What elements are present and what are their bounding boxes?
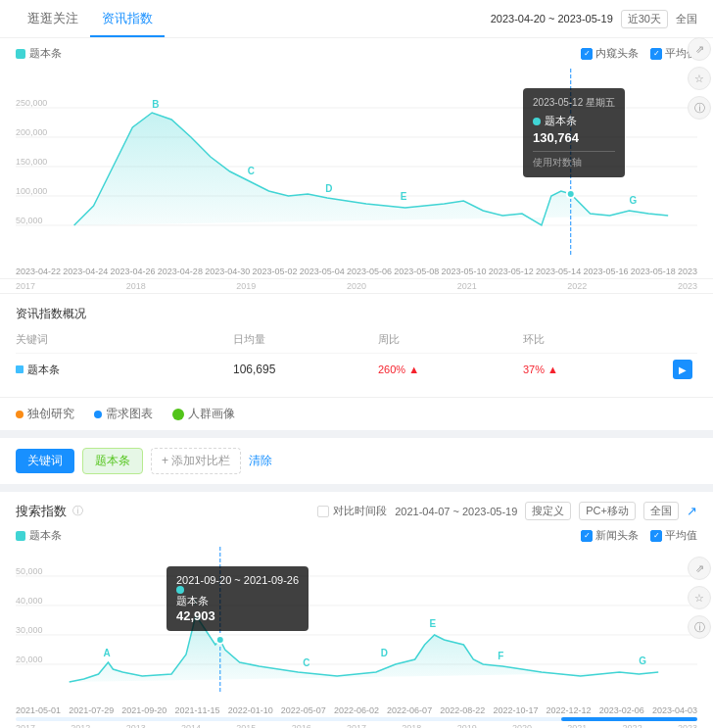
- demand-label: 需求图表: [106, 406, 153, 422]
- keyword-cell: 题本条: [16, 363, 233, 377]
- svg-point-33: [216, 636, 224, 644]
- x-axis-dates: 2023-04-22 2023-04-24 2023-04-26 2023-04…: [0, 265, 713, 278]
- compare-label: 对比时间段: [333, 504, 387, 518]
- keyword-color: [16, 365, 24, 373]
- platform-btn[interactable]: PC+移动: [579, 502, 636, 520]
- checkbox-neimu-label: 内窥头条: [595, 46, 639, 61]
- period-button[interactable]: 近30天: [621, 10, 668, 28]
- chart2-title-row: 搜索指数 ⓘ: [16, 503, 83, 520]
- bottom-tab-row: 独创研究 需求图表 人群画像: [0, 397, 713, 430]
- clear-button[interactable]: 清除: [249, 453, 272, 469]
- svg-text:20,000: 20,000: [16, 655, 42, 664]
- main-chart-svg: 250,000 200,000 150,000 100,000 50,000: [16, 69, 697, 265]
- legend-color: [16, 49, 25, 59]
- chart2-cb2[interactable]: 平均值: [650, 528, 697, 543]
- tab-research[interactable]: 独创研究: [16, 406, 74, 422]
- daily-val: 106,695: [233, 363, 378, 376]
- checkbox-neimu[interactable]: 内窥头条: [581, 46, 639, 61]
- x-axis-2-dates: 2021-05-01 2021-07-29 2021-09-20 2021-11…: [0, 704, 713, 717]
- compare-checkbox[interactable]: 对比时间段: [317, 504, 387, 518]
- keyword-name: 题本条: [27, 363, 60, 377]
- svg-text:E: E: [401, 191, 407, 202]
- legend-item: 题本条: [16, 46, 62, 61]
- svg-text:D: D: [325, 183, 332, 194]
- info-icon[interactable]: ⓘ: [688, 96, 711, 120]
- keyword-tag: 题本条: [16, 363, 60, 377]
- tab-guang[interactable]: 逛逛关注: [16, 0, 90, 37]
- portrait-label: 人群画像: [188, 406, 235, 422]
- chart2-scrollbar-fill: [561, 717, 697, 721]
- chart2-cb1-icon: [581, 530, 593, 542]
- filter-section: 关键词 题本条 + 添加对比栏 清除: [0, 438, 713, 484]
- tab-demand[interactable]: 需求图表: [94, 406, 153, 422]
- star-icon[interactable]: ☆: [688, 67, 711, 90]
- svg-text:40,000: 40,000: [16, 596, 42, 606]
- chart2-info-icon2[interactable]: ⓘ: [688, 615, 711, 639]
- research-dot: [16, 411, 24, 418]
- chart2-cb1-label: 新闻头条: [595, 528, 639, 543]
- demand-dot: [94, 411, 102, 418]
- svg-text:B: B: [152, 99, 159, 110]
- chart2-cb2-label: 平均值: [665, 528, 697, 543]
- share-icon[interactable]: ⇗: [688, 37, 711, 61]
- year-axis-top: 2017 2018 2019 2020 2021 2022 2023: [0, 278, 713, 293]
- topic-button[interactable]: 题本条: [82, 448, 143, 474]
- svg-text:G: G: [629, 195, 637, 206]
- tab-portrait[interactable]: 人群画像: [172, 406, 235, 422]
- research-label: 独创研究: [27, 406, 74, 422]
- svg-text:50,000: 50,000: [16, 216, 42, 225]
- svg-text:C: C: [248, 166, 255, 176]
- region-label: 全国: [676, 12, 697, 26]
- chart2-share-icon[interactable]: ⇗: [688, 557, 711, 580]
- chart2-scrollbar[interactable]: [16, 717, 697, 721]
- chart2-checkbox-group: 新闻头条 平均值: [581, 528, 697, 543]
- svg-text:C: C: [303, 657, 309, 668]
- add-compare-button[interactable]: + 添加对比栏: [151, 448, 241, 474]
- stats-header-row: 关键词 日均量 周比 环比: [16, 332, 697, 354]
- second-chart-section: 搜索指数 ⓘ 对比时间段 2021-04-07 ~ 2023-05-19 搜定义…: [0, 492, 713, 728]
- checkbox-group: 内窥头条 平均值: [581, 46, 697, 61]
- chart-header: 题本条 内窥头条 平均值: [0, 38, 713, 69]
- header-weekly: 周比: [378, 332, 523, 347]
- chart2-export-icon[interactable]: ↗: [687, 504, 697, 518]
- svg-text:100,000: 100,000: [16, 186, 47, 196]
- chart2-info-icon[interactable]: ⓘ: [72, 504, 83, 518]
- keyword-button[interactable]: 关键词: [16, 449, 74, 473]
- stats-table: 关键词 日均量 周比 环比 题本条 106,695: [16, 332, 697, 385]
- checkbox-avg-icon: [650, 48, 662, 60]
- header-daily: 日均量: [233, 332, 378, 347]
- tabs-header: 逛逛关注 资讯指数 2023-04-20 ~ 2023-05-19 近30天 全…: [0, 0, 713, 38]
- chart2-header: 搜索指数 ⓘ 对比时间段 2021-04-07 ~ 2023-05-19 搜定义…: [0, 492, 713, 524]
- chart2-area: 50,000 40,000 30,000 20,000: [0, 547, 713, 704]
- tab-news[interactable]: 资讯指数: [90, 0, 165, 37]
- chart2-legend-item: 题本条: [16, 528, 62, 543]
- region-btn[interactable]: 全国: [643, 502, 679, 520]
- svg-text:D: D: [381, 648, 388, 658]
- stats-title: 资讯指数概况: [16, 306, 697, 322]
- monthly-arrow: ▲: [547, 364, 558, 375]
- weekly-val: 260% ▲: [378, 364, 523, 375]
- svg-text:E: E: [430, 618, 437, 629]
- chart2-date-range: 2021-04-07 ~ 2023-05-19: [395, 506, 517, 517]
- checkbox-neimu-icon: [581, 48, 593, 60]
- compare-check-icon: [317, 506, 329, 517]
- top-section: 逛逛关注 资讯指数 2023-04-20 ~ 2023-05-19 近30天 全…: [0, 0, 713, 430]
- weekly-arrow: ▲: [408, 364, 419, 375]
- chart2-title: 搜索指数: [16, 503, 67, 520]
- custom-btn[interactable]: 搜定义: [525, 502, 571, 520]
- row-icon: ▶: [668, 360, 697, 379]
- svg-point-16: [567, 190, 575, 198]
- chart2-svg: 50,000 40,000 30,000 20,000: [16, 547, 697, 704]
- svg-text:250,000: 250,000: [16, 98, 47, 108]
- monthly-val: 37% ▲: [523, 364, 668, 375]
- chart2-legend-label: 题本条: [29, 528, 62, 543]
- svg-text:150,000: 150,000: [16, 157, 47, 167]
- chart-side-icons: ⇗ ☆ ⓘ: [688, 37, 711, 120]
- row-action-icon[interactable]: ▶: [673, 360, 692, 379]
- chart2-cb1[interactable]: 新闻头条: [581, 528, 639, 543]
- main-chart-area: 250,000 200,000 150,000 100,000 50,000: [0, 69, 713, 265]
- svg-text:200,000: 200,000: [16, 127, 47, 137]
- chart2-star-icon[interactable]: ☆: [688, 586, 711, 609]
- chart2-controls: 对比时间段 2021-04-07 ~ 2023-05-19 搜定义 PC+移动 …: [317, 502, 697, 520]
- svg-text:G: G: [639, 655, 646, 666]
